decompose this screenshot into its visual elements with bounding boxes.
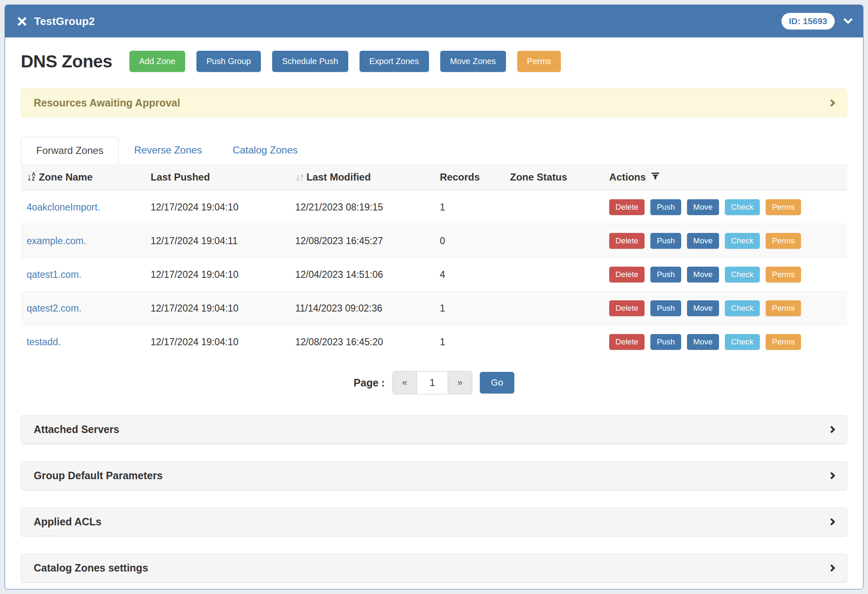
- zone-status-cell: [504, 325, 603, 359]
- table-row: qatest1.com. 12/17/2024 19:04:10 12/04/2…: [21, 258, 847, 292]
- page-number-input[interactable]: [417, 371, 448, 394]
- push-button[interactable]: Push: [650, 267, 681, 282]
- push-button[interactable]: Push: [650, 199, 681, 215]
- records-cell: 1: [434, 191, 504, 224]
- resources-awaiting-approval-panel[interactable]: Resources Awaiting Approval: [21, 89, 847, 117]
- chevron-down-icon[interactable]: [843, 15, 853, 24]
- group-default-parameters-panel[interactable]: Group Default Parameters: [21, 461, 847, 490]
- move-button[interactable]: Move: [687, 300, 719, 316]
- zone-tabs: Forward Zones Reverse Zones Catalog Zone…: [21, 136, 847, 164]
- delete-button[interactable]: Delete: [609, 267, 645, 282]
- page-label: Page :: [354, 377, 385, 389]
- group-body: DNS Zones Add Zone Push Group Schedule P…: [5, 37, 863, 589]
- pagination: Page : « » Go: [21, 371, 847, 394]
- zone-status-cell: [504, 224, 603, 258]
- chevron-right-icon: [828, 472, 835, 479]
- schedule-push-button[interactable]: Schedule Push: [272, 51, 348, 72]
- check-button[interactable]: Check: [725, 334, 760, 350]
- last-pushed-cell: 12/17/2024 19:04:10: [145, 258, 290, 292]
- sort-updown-icon[interactable]: [295, 171, 303, 183]
- move-button[interactable]: Move: [687, 267, 719, 282]
- column-header-records: Records: [434, 164, 504, 191]
- push-button[interactable]: Push: [650, 334, 681, 350]
- actions-cell: Delete Push Move Check Perms: [603, 292, 847, 325]
- perms-button[interactable]: Perms: [766, 300, 801, 316]
- push-group-button[interactable]: Push Group: [196, 51, 261, 72]
- applied-acls-panel[interactable]: Applied ACLs: [21, 507, 847, 536]
- tab-forward-zones[interactable]: Forward Zones: [21, 137, 119, 164]
- column-header-zone-status: Zone Status: [504, 164, 603, 191]
- chevron-right-icon: [828, 426, 835, 433]
- id-badge: ID: 15693: [781, 13, 835, 30]
- delete-button[interactable]: Delete: [609, 199, 645, 215]
- table-row: qatest2.com. 12/17/2024 19:04:10 11/14/2…: [21, 292, 847, 325]
- perms-button[interactable]: Perms: [766, 233, 801, 249]
- group-card: TestGroup2 ID: 15693 DNS Zones Add Zone …: [5, 5, 863, 589]
- next-page-button[interactable]: »: [448, 371, 472, 394]
- move-button[interactable]: Move: [687, 334, 719, 350]
- check-button[interactable]: Check: [725, 233, 760, 249]
- attached-servers-panel[interactable]: Attached Servers: [21, 415, 847, 444]
- push-button[interactable]: Push: [650, 300, 681, 316]
- move-zones-button[interactable]: Move Zones: [440, 51, 506, 72]
- zone-name-link[interactable]: 4oakcloneImport.: [27, 202, 100, 213]
- toolbar: DNS Zones Add Zone Push Group Schedule P…: [21, 51, 847, 72]
- column-header-last-modified[interactable]: Last Modified: [289, 164, 434, 191]
- delete-button[interactable]: Delete: [609, 300, 645, 316]
- zone-name-link[interactable]: qatest2.com.: [27, 303, 82, 314]
- prev-page-button[interactable]: «: [393, 371, 417, 394]
- actions-cell: Delete Push Move Check Perms: [603, 325, 847, 359]
- column-header-last-pushed: Last Pushed: [145, 164, 290, 191]
- banner-label: Resources Awaiting Approval: [34, 97, 180, 109]
- check-button[interactable]: Check: [725, 199, 760, 215]
- table-row: 4oakcloneImport. 12/17/2024 19:04:10 12/…: [21, 191, 847, 224]
- tab-catalog-zones[interactable]: Catalog Zones: [217, 136, 313, 164]
- perms-button[interactable]: Perms: [766, 199, 801, 215]
- delete-button[interactable]: Delete: [609, 233, 645, 249]
- zone-name-link[interactable]: qatest1.com.: [27, 269, 82, 280]
- last-pushed-cell: 12/17/2024 19:04:11: [145, 224, 290, 258]
- actions-cell: Delete Push Move Check Perms: [603, 191, 847, 224]
- zone-name-link[interactable]: example.com.: [27, 235, 86, 246]
- page-title: DNS Zones: [21, 52, 112, 72]
- last-pushed-cell: 12/17/2024 19:04:10: [145, 325, 290, 359]
- panel-label: Catalog Zones settings: [34, 562, 148, 574]
- push-button[interactable]: Push: [650, 233, 681, 249]
- move-button[interactable]: Move: [687, 199, 719, 215]
- go-button[interactable]: Go: [480, 372, 514, 394]
- records-cell: 4: [434, 258, 504, 292]
- records-cell: 1: [434, 325, 504, 359]
- perms-button[interactable]: Perms: [517, 51, 561, 72]
- zones-table: Zone Name Last Pushed Last Modified Reco…: [21, 164, 847, 359]
- tab-reverse-zones[interactable]: Reverse Zones: [119, 136, 217, 164]
- actions-cell: Delete Push Move Check Perms: [603, 224, 847, 258]
- table-header-row: Zone Name Last Pushed Last Modified Reco…: [21, 164, 847, 191]
- column-header-zone-name[interactable]: Zone Name: [21, 164, 145, 191]
- filter-icon[interactable]: [651, 171, 660, 183]
- perms-button[interactable]: Perms: [766, 334, 801, 350]
- move-button[interactable]: Move: [687, 233, 719, 249]
- panel-label: Group Default Parameters: [34, 470, 163, 482]
- last-modified-cell: 12/04/2023 14:51:06: [289, 258, 434, 292]
- sort-alpha-icon[interactable]: [27, 171, 35, 183]
- panel-label: Attached Servers: [34, 423, 119, 436]
- zone-name-link[interactable]: testadd.: [27, 337, 61, 347]
- add-zone-button[interactable]: Add Zone: [129, 51, 186, 72]
- perms-button[interactable]: Perms: [766, 267, 801, 282]
- chevron-right-icon: [828, 99, 835, 106]
- close-icon[interactable]: [17, 16, 27, 27]
- delete-button[interactable]: Delete: [609, 334, 645, 350]
- check-button[interactable]: Check: [725, 267, 760, 282]
- last-modified-cell: 12/21/2023 08:19:15: [289, 191, 434, 224]
- panel-label: Applied ACLs: [34, 516, 102, 528]
- last-pushed-cell: 12/17/2024 19:04:10: [145, 191, 290, 224]
- table-row: example.com. 12/17/2024 19:04:11 12/08/2…: [21, 224, 847, 258]
- export-zones-button[interactable]: Export Zones: [360, 51, 429, 72]
- records-cell: 1: [434, 292, 504, 325]
- catalog-zones-settings-panel[interactable]: Catalog Zones settings: [21, 554, 847, 582]
- check-button[interactable]: Check: [725, 300, 760, 316]
- actions-cell: Delete Push Move Check Perms: [603, 258, 847, 292]
- last-modified-cell: 12/08/2023 16:45:27: [289, 224, 434, 258]
- chevron-right-icon: [828, 518, 835, 525]
- zone-status-cell: [504, 191, 603, 224]
